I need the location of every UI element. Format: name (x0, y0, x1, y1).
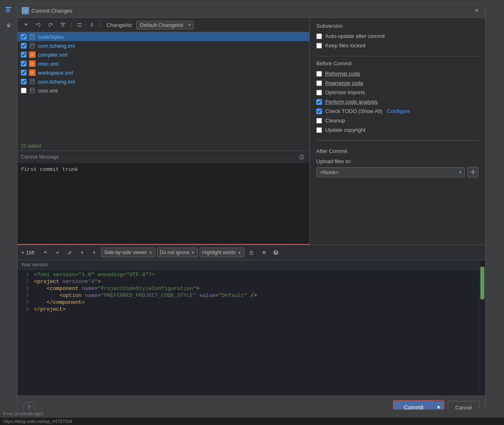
file-name-com: com.xml (38, 88, 58, 94)
keep-locked-label[interactable]: Keep files locked (325, 42, 365, 49)
commit-message-header: Commit Message (18, 151, 309, 163)
diff-back-button[interactable] (77, 248, 87, 257)
svg-rect-2 (6, 11, 11, 11)
cleanup-label[interactable]: Cleanup (325, 117, 345, 124)
file-name-codestyles: codeStyles (38, 34, 64, 40)
upload-settings-button[interactable] (467, 167, 479, 177)
reformat-label[interactable]: Reformat code (325, 71, 360, 77)
code-line-6: 6 </project> (18, 306, 485, 313)
file-item-misc[interactable]: X misc.xml (18, 59, 309, 68)
changelist-select-wrapper[interactable]: Default Changelist ▼ (136, 21, 194, 29)
keep-locked-checkbox[interactable] (316, 43, 322, 49)
file-item-iml1[interactable]: com.itzheng.iml (18, 41, 309, 50)
file-checkbox-workspace[interactable] (21, 70, 27, 75)
commit-history-button[interactable] (297, 153, 306, 162)
file-item-com[interactable]: com.xml (18, 86, 309, 95)
group-button[interactable] (58, 20, 68, 29)
copyright-checkbox[interactable] (316, 127, 322, 133)
changelist-label: Changelist: (107, 22, 133, 28)
commit-dialog: ↑ Commit Changes × (17, 3, 486, 419)
auto-update-checkbox[interactable] (316, 33, 322, 39)
rearrange-label[interactable]: Rearrange code (325, 80, 363, 86)
ide-project-icon[interactable] (2, 3, 15, 16)
expand-button[interactable] (87, 20, 97, 29)
diff-gutter (480, 260, 485, 396)
rearrange-item: Rearrange code (316, 80, 479, 86)
copyright-label[interactable]: Update copyright (325, 127, 365, 133)
todo-checkbox[interactable] (316, 108, 322, 114)
file-item-codestyles[interactable]: codeStyles (18, 32, 309, 41)
file-toolbar: Changelist: Default Changelist ▼ (18, 18, 309, 32)
file-name-iml1: com.itzheng.iml (38, 43, 75, 49)
diff-edit-button[interactable] (64, 248, 75, 257)
file-item-workspace[interactable]: X workspace.xml (18, 68, 309, 77)
file-checkbox-compiler[interactable] (21, 52, 27, 58)
diff-collapse-icon[interactable]: ▼ (21, 250, 25, 255)
status-text: 9 ms (a minute ago) (3, 411, 43, 416)
diff-next-button[interactable] (52, 248, 63, 257)
ignore-dropdown[interactable]: Do not ignore ▼ (157, 248, 198, 257)
line-content-5: </component> (34, 299, 85, 305)
changelist-select[interactable]: Default Changelist (136, 21, 194, 29)
undo-button[interactable] (33, 20, 44, 29)
line-content-4: <option name="PREFERRED_PROJECT_CODE_STY… (34, 292, 257, 299)
expand-all-button[interactable] (21, 20, 31, 29)
line-num-5: 5 (18, 299, 34, 305)
configure-link[interactable]: Configure (387, 108, 410, 114)
keep-locked-item: Keep files locked (316, 42, 479, 49)
reformat-checkbox[interactable] (316, 71, 322, 77)
analyze-label[interactable]: Perform code analysis (325, 99, 378, 105)
svg-rect-23 (473, 170, 473, 175)
file-name-compiler: compiler.xml (38, 52, 67, 58)
upload-row: <None> ▼ (316, 167, 479, 177)
file-checkbox-codestyles[interactable] (21, 34, 27, 40)
help-icon-button[interactable] (271, 248, 281, 257)
file-checkbox-misc[interactable] (21, 61, 27, 66)
highlight-dropdown-arrow-icon: ▼ (238, 250, 242, 255)
copyright-item: Update copyright (316, 127, 479, 133)
code-line-5: 5 </component> (18, 299, 485, 306)
code-view[interactable]: Your version 1 <?xml version="1.0" encod… (18, 260, 485, 396)
file-checkbox-com[interactable] (21, 88, 27, 93)
analyze-checkbox[interactable] (316, 99, 322, 105)
diff-forward-button[interactable] (89, 248, 100, 257)
diff-section: ▼ Diff (18, 245, 485, 396)
rearrange-checkbox[interactable] (316, 80, 322, 86)
file-checkbox-iml2[interactable] (21, 79, 27, 84)
line-num-1: 1 (18, 272, 34, 278)
ide-settings-icon[interactable] (2, 20, 15, 33)
file-icon-com (29, 87, 36, 94)
optimize-checkbox[interactable] (316, 90, 322, 95)
collapse-button[interactable] (74, 20, 85, 29)
subversion-title: Subversion (316, 23, 479, 29)
optimize-label[interactable]: Optimize imports (325, 89, 365, 95)
diff-title-label: Diff (27, 250, 34, 256)
commit-message-textarea[interactable]: first commit trunk (18, 163, 309, 245)
lock-icon-button[interactable] (246, 248, 257, 257)
file-icon-iml1 (29, 42, 36, 49)
diff-indicator (480, 267, 484, 299)
diff-prev-button[interactable] (40, 248, 51, 257)
todo-label[interactable]: Check TODO (Show All) (325, 108, 384, 114)
highlight-dropdown[interactable]: Highlight words ▼ (200, 248, 244, 257)
dialog-content: Changelist: Default Changelist ▼ (18, 18, 485, 245)
upload-select-wrapper[interactable]: <None> ▼ (316, 167, 465, 177)
cleanup-checkbox[interactable] (316, 118, 322, 124)
line-num-3: 3 (18, 286, 34, 292)
redo-button[interactable] (45, 20, 56, 29)
file-list: codeStyles com.itzheng.iml X (18, 32, 309, 142)
upload-select[interactable]: <None> (316, 167, 465, 177)
file-checkbox-iml1[interactable] (21, 43, 27, 49)
divider-1 (316, 56, 479, 56)
after-commit-title: After Commit (316, 148, 479, 154)
settings-icon-button[interactable] (258, 248, 269, 257)
file-item-iml2[interactable]: com.itzheng.iml (18, 77, 309, 86)
close-button[interactable]: × (473, 6, 481, 15)
ignore-dropdown-arrow-icon: ▼ (191, 250, 195, 255)
auto-update-label[interactable]: Auto-update after commit (325, 33, 385, 39)
file-item-compiler[interactable]: X compiler.xml (18, 50, 309, 59)
line-num-6: 6 (18, 306, 34, 312)
viewer-dropdown[interactable]: Side-by-side viewer ▼ (101, 248, 155, 257)
files-count: 25 added (18, 142, 309, 151)
file-icon-iml2 (29, 78, 36, 85)
